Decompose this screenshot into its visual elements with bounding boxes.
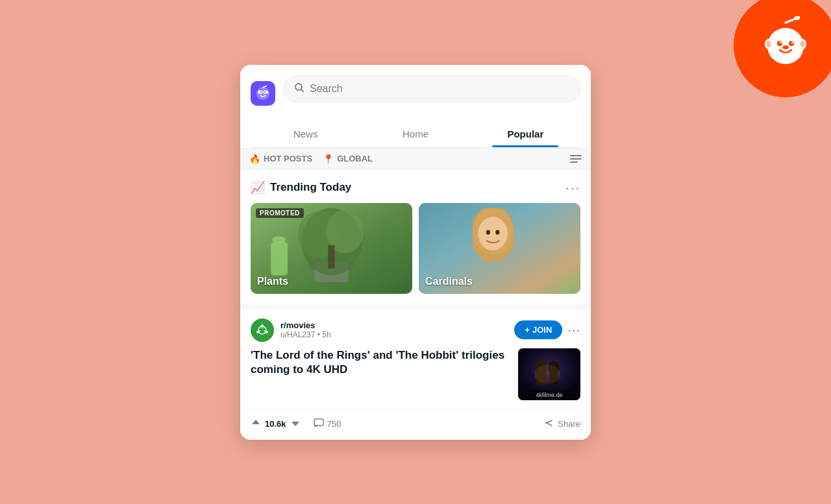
svg-point-35 — [486, 230, 490, 234]
svg-point-16 — [264, 91, 266, 93]
tab-news[interactable]: News — [251, 121, 360, 147]
tab-popular[interactable]: Popular — [471, 121, 580, 147]
trending-section: 📈 Trending Today ··· — [240, 170, 591, 304]
svg-line-0 — [786, 18, 797, 23]
search-placeholder: Search — [310, 83, 343, 95]
join-button[interactable]: + JOIN — [514, 320, 562, 339]
tab-home[interactable]: Home — [360, 121, 470, 147]
svg-point-11 — [782, 45, 789, 49]
promoted-badge: PROMOTED — [256, 208, 304, 218]
svg-point-51 — [534, 365, 560, 384]
trending-title-text: Trending Today — [270, 181, 351, 194]
subreddit-icon — [251, 318, 274, 342]
header-top: Search — [251, 75, 580, 112]
post-meta-right: + JOIN ··· — [514, 320, 580, 339]
upvote-icon[interactable] — [251, 418, 261, 431]
app-header: Search News Home Popular — [240, 65, 591, 149]
post-actions: 10.6k 750 — [251, 409, 580, 431]
subreddit-name[interactable]: r/movies — [280, 320, 331, 330]
post-more-button[interactable]: ··· — [567, 322, 580, 337]
post-author: u/HAL237 • 5h — [280, 330, 331, 339]
global-label: GLOBAL — [337, 154, 373, 163]
svg-point-40 — [266, 331, 268, 333]
svg-point-3 — [777, 41, 782, 46]
svg-point-6 — [791, 42, 793, 43]
reddit-logo-corner — [734, 0, 831, 97]
svg-point-5 — [780, 42, 782, 43]
svg-point-17 — [258, 90, 260, 93]
trending-card-cardinals-label: Cardinals — [425, 276, 473, 287]
post-body: 'The Lord of the Rings' and 'The Hobbit'… — [251, 348, 580, 400]
svg-rect-30 — [271, 241, 288, 275]
search-icon — [294, 82, 304, 95]
trending-card-plants-label: Plants — [257, 276, 288, 287]
trending-card-cardinals[interactable]: Cardinals — [419, 203, 580, 294]
trending-title: 📈 Trending Today — [251, 180, 351, 195]
app-card: Search News Home Popular 🔥 HOT POSTS 📍 G… — [240, 65, 591, 440]
svg-point-39 — [261, 324, 264, 327]
trending-header: 📈 Trending Today ··· — [251, 180, 580, 195]
fire-icon: 🔥 — [249, 154, 260, 164]
svg-point-18 — [266, 90, 268, 93]
downvote-icon[interactable] — [290, 418, 301, 431]
app-icon — [251, 81, 275, 106]
filter-bar: 🔥 HOT POSTS 📍 GLOBAL — [240, 149, 591, 170]
trending-card-plants[interactable]: PROMOTED Plants — [251, 203, 412, 294]
post-meta-left: r/movies u/HAL237 • 5h — [251, 318, 331, 342]
svg-rect-52 — [314, 419, 323, 426]
svg-rect-29 — [328, 245, 334, 268]
post-title: 'The Lord of the Rings' and 'The Hobbit'… — [251, 348, 510, 378]
post-meta: r/movies u/HAL237 • 5h + JOIN ··· — [251, 318, 580, 342]
svg-point-4 — [789, 41, 794, 46]
share-action[interactable]: Share — [544, 418, 580, 431]
filter-menu-icon[interactable] — [570, 155, 582, 163]
global-filter[interactable]: 📍 GLOBAL — [323, 154, 373, 164]
vote-group[interactable]: 10.6k — [251, 418, 301, 431]
svg-point-15 — [260, 91, 262, 93]
trending-icon: 📈 — [251, 180, 265, 195]
share-label: Share — [558, 419, 580, 429]
trending-more-button[interactable]: ··· — [565, 180, 580, 195]
search-bar[interactable]: Search — [283, 75, 580, 102]
hot-posts-filter[interactable]: 🔥 HOT POSTS — [249, 154, 312, 164]
svg-point-9 — [767, 41, 771, 47]
post-meta-info: r/movies u/HAL237 • 5h — [280, 320, 331, 339]
post-section: r/movies u/HAL237 • 5h + JOIN ··· — [240, 309, 591, 440]
post-thumb-source: 4kfilme.de — [518, 390, 580, 400]
svg-point-10 — [800, 41, 805, 47]
comments-count: 750 — [327, 419, 341, 429]
svg-line-22 — [301, 90, 303, 91]
share-icon — [544, 418, 554, 431]
comments-action[interactable]: 750 — [314, 418, 341, 431]
svg-point-36 — [495, 230, 499, 234]
vote-count: 10.6k — [265, 419, 286, 429]
trending-cards: PROMOTED Plants — [251, 203, 580, 294]
svg-point-31 — [272, 236, 286, 243]
svg-point-41 — [256, 331, 259, 333]
content-area: 📈 Trending Today ··· — [240, 170, 591, 440]
comment-icon — [314, 418, 324, 431]
hot-posts-label: HOT POSTS — [264, 154, 312, 163]
reddit-snoo-icon — [756, 16, 815, 75]
svg-point-34 — [478, 217, 508, 250]
post-thumbnail[interactable]: 4kfilme.de — [518, 348, 580, 400]
nav-tabs: News Home Popular — [251, 121, 580, 148]
search-bar-wrap: Search — [283, 75, 580, 112]
location-icon: 📍 — [323, 154, 334, 164]
